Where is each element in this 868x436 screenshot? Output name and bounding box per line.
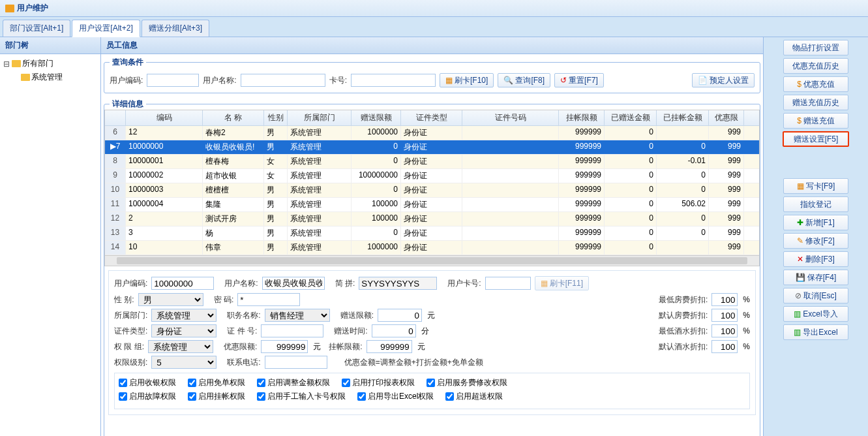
col-name[interactable]: 名 称 <box>203 110 264 125</box>
tree-collapse-icon[interactable]: ⊟ <box>3 59 10 69</box>
table-row[interactable]: 612春梅2男系统管理1000000身份证9999990999 <box>105 126 759 140</box>
btn-save[interactable]: 💾保存[F4] <box>783 270 848 285</box>
col-sex[interactable]: 性别 <box>264 110 288 125</box>
booker-settings-button[interactable]: 📄预定人设置 <box>692 73 755 87</box>
grid-body[interactable]: 612春梅2男系统管理1000000身份证9999990999▶71000000… <box>105 126 759 255</box>
table-row[interactable]: 133杨男系统管理0身份证99999900999 <box>105 226 759 241</box>
dept-tree-panel: 部门树 ⊟ 所有部门 系统管理 <box>0 37 101 436</box>
col-gzxe[interactable]: 挂帐限额 <box>559 110 605 125</box>
employee-info-header: 员工信息 <box>101 37 763 54</box>
col-yhx[interactable]: 优惠限 <box>709 110 744 125</box>
permissions-box: 启用收银权限 启用免单权限 启用调整金额权限 启用打印报表权限 启用服务费修改权… <box>114 373 750 409</box>
tab-dept-settings[interactable]: 部门设置[Alt+1] <box>3 20 70 37</box>
f-yhxe-input[interactable] <box>261 340 308 353</box>
f-defwine-label: 默认酒水折扣: <box>659 341 708 352</box>
detail-legend: 详细信息 <box>110 99 146 110</box>
f-minroom-input[interactable] <box>711 293 738 306</box>
window-title-bar: 用户维护 <box>0 0 868 17</box>
f-zsxe-input[interactable] <box>378 309 422 322</box>
perm-fault[interactable]: 启用故障权限 <box>119 391 176 402</box>
btn-item-discount[interactable]: 物品打折设置 <box>783 40 848 55</box>
f-yhxe-label: 优惠限额: <box>224 341 257 352</box>
horizontal-scrollbar[interactable] <box>105 255 759 266</box>
btn-excel-export[interactable]: ▥导出Excel <box>783 324 848 340</box>
btn-cancel[interactable]: ⊘取消[Esc] <box>783 288 848 304</box>
col-zsxe[interactable]: 赠送限额 <box>352 110 401 125</box>
perm-freebill[interactable]: 启用免单权限 <box>188 377 245 388</box>
tab-user-settings[interactable]: 用户设置[Alt+2] <box>72 20 140 37</box>
f-idno-input[interactable] <box>261 324 323 337</box>
f-jobtitle-select[interactable]: 销售经理 <box>265 309 330 322</box>
f-defroom-label: 默认房费折扣: <box>659 310 708 321</box>
f-defroom-input[interactable] <box>711 309 738 322</box>
btn-zs-recharge[interactable]: $赠送充值 <box>783 113 848 129</box>
f-cardno-input[interactable] <box>485 277 531 290</box>
col-ygz[interactable]: 已挂帐金额 <box>657 110 709 125</box>
f-idtype-label: 证件类型: <box>114 326 147 337</box>
col-dept[interactable]: 所属部门 <box>288 110 352 125</box>
f-usercode-input[interactable] <box>151 277 214 290</box>
btn-edit[interactable]: ✎修改[F2] <box>783 233 848 249</box>
col-code[interactable]: 编码 <box>126 110 203 125</box>
perm-svcfee[interactable]: 启用服务费修改权限 <box>427 377 507 388</box>
cardno-input[interactable] <box>351 74 436 87</box>
f-phone-input[interactable] <box>265 356 327 369</box>
employee-info-panel: 员工信息 查询条件 用户编码: 用户名称: 卡号: ▦刷卡[F10] 🔍查询[F… <box>101 37 764 436</box>
table-row[interactable]: 1010000003檀檀檀男系统管理0身份证99999900999 <box>105 183 759 198</box>
recharge-icon: $ <box>797 116 801 125</box>
btn-youhui-recharge[interactable]: $优惠充值 <box>783 76 848 92</box>
f-pinyin-label: 简 拼: <box>335 278 355 289</box>
swipe-card-button[interactable]: ▦刷卡[F10] <box>440 73 494 87</box>
btn-add[interactable]: ✚新增[F1] <box>783 215 848 230</box>
perm-printreport[interactable]: 启用打印报表权限 <box>342 377 415 388</box>
f-dept-label: 所属部门: <box>114 310 147 321</box>
folder-icon <box>21 74 30 81</box>
table-row[interactable]: ▶710000000收银员收银员!男系统管理0身份证99999900999 <box>105 140 759 155</box>
btn-youhui-history[interactable]: 优惠充值历史 <box>783 58 848 74</box>
table-row[interactable]: 910000002超市收银女系统管理100000000身份证9999990099… <box>105 169 759 183</box>
table-row[interactable]: 1410伟章男系统管理1000000身份证9999990999 <box>105 241 759 255</box>
btn-zs-history[interactable]: 赠送充值历史 <box>783 95 848 110</box>
table-row[interactable]: 122测试开房男系统管理100000身份证99999900999 <box>105 212 759 226</box>
f-swipe-button[interactable]: ▦刷卡[F11] <box>535 276 589 290</box>
col-yzs[interactable]: 已赠送金额 <box>605 110 657 125</box>
table-row[interactable]: 810000001檀春梅女系统管理0身份证9999990-0.01999 <box>105 155 759 169</box>
btn-fingerprint[interactable]: 指纹登记 <box>783 196 848 212</box>
perm-cashier[interactable]: 启用收银权限 <box>119 377 176 388</box>
perm-onaccount[interactable]: 启用挂帐权限 <box>188 391 245 402</box>
btn-delete[interactable]: ✕删除[F3] <box>783 251 848 267</box>
col-idtype[interactable]: 证件类型 <box>401 110 462 125</box>
f-username-input[interactable] <box>262 277 325 290</box>
f-sex-select[interactable]: 男 <box>138 293 203 306</box>
f-pwd-input[interactable] <box>237 293 300 306</box>
col-idno[interactable]: 证件号码 <box>462 110 559 125</box>
usercode-input[interactable] <box>147 74 199 87</box>
reset-icon: ↺ <box>560 76 567 85</box>
username-input[interactable] <box>241 74 325 87</box>
f-zssj-input[interactable] <box>372 324 416 337</box>
f-rolegroup-select[interactable]: 系统管理 <box>148 340 213 353</box>
table-row[interactable]: 1110000004集隆男系统管理100000身份证9999990506.029… <box>105 198 759 212</box>
btn-excel-import[interactable]: ▥Excel导入 <box>783 306 848 322</box>
btn-write-card[interactable]: ▦写卡[F9] <box>783 178 848 194</box>
f-defwine-input[interactable] <box>711 340 738 353</box>
reset-button[interactable]: ↺重置[F7] <box>554 73 604 87</box>
tree-node-child[interactable]: 系统管理 <box>3 70 98 84</box>
f-gzxe-input[interactable] <box>367 340 412 353</box>
tab-gift-group[interactable]: 赠送分组[Alt+3] <box>142 20 209 37</box>
f-dept-select[interactable]: 系统管理 <box>151 309 217 322</box>
perm-adjust[interactable]: 启用调整金额权限 <box>257 377 330 388</box>
f-rolelevel-select[interactable]: 5 <box>151 356 217 369</box>
cancel-icon: ⊘ <box>795 291 801 300</box>
tree-node-root[interactable]: ⊟ 所有部门 <box>3 57 98 70</box>
search-icon: 🔍 <box>503 76 513 85</box>
perm-exportexcel[interactable]: 启用导出Excel权限 <box>357 391 434 402</box>
search-button[interactable]: 🔍查询[F8] <box>498 73 550 87</box>
excel-icon: ▥ <box>794 309 801 319</box>
perm-manualcard[interactable]: 启用手工输入卡号权限 <box>257 391 346 402</box>
f-idtype-select[interactable]: 身份证 <box>151 324 217 337</box>
f-minwine-input[interactable] <box>711 324 738 337</box>
perm-oversell[interactable]: 启用超送权限 <box>445 391 503 402</box>
f-idno-label: 证 件 号: <box>227 326 257 337</box>
btn-zs-settings[interactable]: 赠送设置[F5] <box>783 131 849 147</box>
